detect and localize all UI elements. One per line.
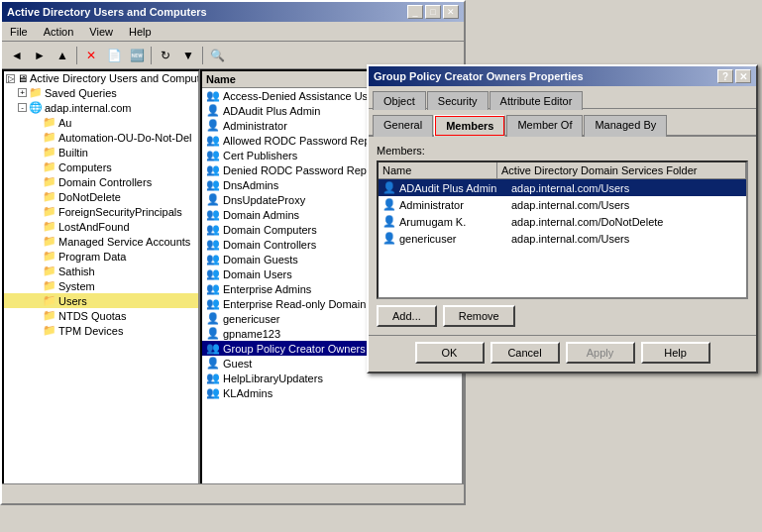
member-name-3: 👤 genericuser [379, 231, 507, 246]
member-row-3[interactable]: 👤 genericuser adap.internal.com/Users [379, 230, 746, 247]
tree-msa[interactable]: 📁 Managed Service Accounts [4, 234, 198, 249]
automation-icon: 📁 [43, 131, 56, 144]
tree-tpm[interactable]: 📁 TPM Devices [4, 323, 198, 338]
members-list[interactable]: Name Active Directory Domain Services Fo… [377, 160, 748, 299]
list-item-label: gpname123 [223, 328, 280, 340]
back-button[interactable]: ◄ [6, 45, 28, 66]
tab-general[interactable]: General [373, 115, 433, 137]
maximize-button[interactable]: □ [425, 5, 441, 19]
tpm-icon: 📁 [43, 324, 56, 337]
member-row-0[interactable]: 👤 ADAudit Plus Admin adap.internal.com/U… [379, 179, 746, 196]
remove-button[interactable]: Remove [443, 305, 515, 327]
up-button[interactable]: ▲ [52, 45, 73, 66]
ok-button[interactable]: OK [415, 342, 485, 364]
member-name-0: 👤 ADAudit Plus Admin [379, 180, 507, 195]
tree-donotdelete[interactable]: 📁 DoNotDelete [4, 189, 198, 204]
tree-users[interactable]: 📁 Users [4, 293, 198, 308]
delete-button[interactable]: ✕ [80, 45, 102, 66]
tree-fsp[interactable]: 📁 ForeignSecurityPrincipals [4, 204, 198, 219]
dialog-action-buttons: OK Cancel Apply Help [369, 335, 756, 372]
tab-attribute-editor[interactable]: Attribute Editor [490, 91, 584, 110]
properties-dialog: Group Policy Creator Owners Properties ?… [367, 64, 758, 373]
list-icon: 👤 [206, 104, 220, 117]
tree-panel[interactable]: ▷ 🖥 Active Directory Users and Comput + … [2, 69, 200, 503]
menu-view[interactable]: View [81, 25, 121, 39]
apply-button[interactable]: Apply [566, 342, 635, 364]
tree-saved-queries[interactable]: + 📁 Saved Queries [4, 85, 198, 100]
list-item[interactable]: 👥 KLAdmins [202, 385, 462, 400]
tree-system[interactable]: 📁 System [4, 278, 198, 293]
list-icon: 👤 [206, 193, 220, 206]
tree-automation[interactable]: 📁 Automation-OU-Do-Not-Del [4, 130, 198, 145]
minimize-button[interactable]: _ [407, 5, 423, 19]
close-button[interactable]: ✕ [443, 5, 459, 19]
list-item-label: Domain Computers [223, 224, 317, 236]
ntds-label: NTDS Quotas [58, 310, 126, 322]
new-button[interactable]: 🆕 [126, 45, 148, 66]
tree-computers[interactable]: 📁 Computers [4, 160, 198, 174]
tree-domain[interactable]: - 🌐 adap.internal.com [4, 100, 198, 115]
list-icon: 👥 [206, 178, 220, 191]
tree-root[interactable]: ▷ 🖥 Active Directory Users and Comput [4, 71, 198, 85]
pd-label: Program Data [58, 251, 126, 263]
tree-domain-controllers[interactable]: 📁 Domain Controllers [4, 174, 198, 189]
saved-queries-expand[interactable]: + [18, 88, 27, 97]
filter-button[interactable]: ▼ [177, 45, 199, 66]
toolbar-separator-2 [151, 47, 152, 64]
list-item-label: Domain Guests [223, 254, 298, 266]
search-button[interactable]: 🔍 [206, 45, 228, 66]
msa-icon: 📁 [43, 235, 56, 248]
dnd-label: DoNotDelete [58, 191, 121, 203]
dialog-help-icon[interactable]: ? [717, 69, 733, 83]
tab-members[interactable]: Members [434, 115, 505, 137]
dialog-close-button[interactable]: ✕ [735, 69, 751, 83]
list-icon: 👥 [206, 386, 220, 399]
tree-au[interactable]: 📁 Au [4, 115, 198, 130]
dialog-content: Members: Name Active Directory Domain Se… [369, 137, 756, 335]
list-item-label: Domain Users [223, 268, 292, 280]
menu-help[interactable]: Help [121, 25, 160, 39]
list-item-label: Enterprise Read-only Domain C... [223, 298, 385, 310]
properties-button[interactable]: 📄 [103, 45, 125, 66]
tree-root-label: Active Directory Users and Comput [30, 72, 200, 84]
member-row-1[interactable]: 👤 Administrator adap.internal.com/Users [379, 196, 746, 213]
member-name-2: 👤 Arumugam K. [379, 214, 507, 229]
domain-expand[interactable]: - [18, 103, 27, 112]
tab-managed-by[interactable]: Managed By [584, 115, 667, 137]
menu-action[interactable]: Action [36, 25, 82, 39]
users-icon: 📁 [43, 294, 56, 307]
fsp-label: ForeignSecurityPrincipals [58, 206, 182, 218]
main-title-bar: Active Directory Users and Computers _ □… [2, 2, 464, 22]
tree-ntds[interactable]: 📁 NTDS Quotas [4, 308, 198, 323]
laf-label: LostAndFound [58, 221, 130, 233]
root-expand[interactable]: ▷ [6, 74, 15, 83]
help-bottom-button[interactable]: Help [641, 342, 710, 364]
member-row-2[interactable]: 👤 Arumugam K. adap.internal.com/DoNotDel… [379, 213, 746, 230]
cancel-button[interactable]: Cancel [490, 342, 560, 364]
fsp-icon: 📁 [43, 205, 56, 218]
au-label: Au [58, 117, 71, 129]
list-item-label: HelpLibraryUpdaters [223, 372, 323, 384]
tree-programdata[interactable]: 📁 Program Data [4, 249, 198, 264]
list-icon: 👥 [206, 163, 220, 176]
member-icon-2: 👤 [382, 215, 396, 228]
tree-lostandfound[interactable]: 📁 LostAndFound [4, 219, 198, 234]
refresh-button[interactable]: ↻ [155, 45, 176, 66]
tree-builtin[interactable]: 📁 Builtin [4, 145, 198, 160]
toolbar-separator-3 [202, 47, 203, 64]
main-window-title: Active Directory Users and Computers [7, 6, 207, 18]
list-icon: 👥 [206, 253, 220, 266]
tab-member-of[interactable]: Member Of [506, 115, 583, 137]
menu-file[interactable]: File [2, 25, 36, 39]
tab-object[interactable]: Object [373, 91, 426, 110]
header-name: Name [379, 162, 497, 178]
forward-button[interactable]: ► [29, 45, 51, 66]
dc-label: Domain Controllers [58, 176, 152, 188]
system-icon: 📁 [43, 279, 56, 292]
tab-security[interactable]: Security [427, 91, 489, 110]
pd-icon: 📁 [43, 250, 56, 263]
add-button[interactable]: Add... [377, 305, 437, 327]
tree-sathish[interactable]: 📁 Sathish [4, 264, 198, 278]
list-icon: 👥 [206, 238, 220, 251]
list-item-label: Domain Controllers [223, 239, 316, 251]
